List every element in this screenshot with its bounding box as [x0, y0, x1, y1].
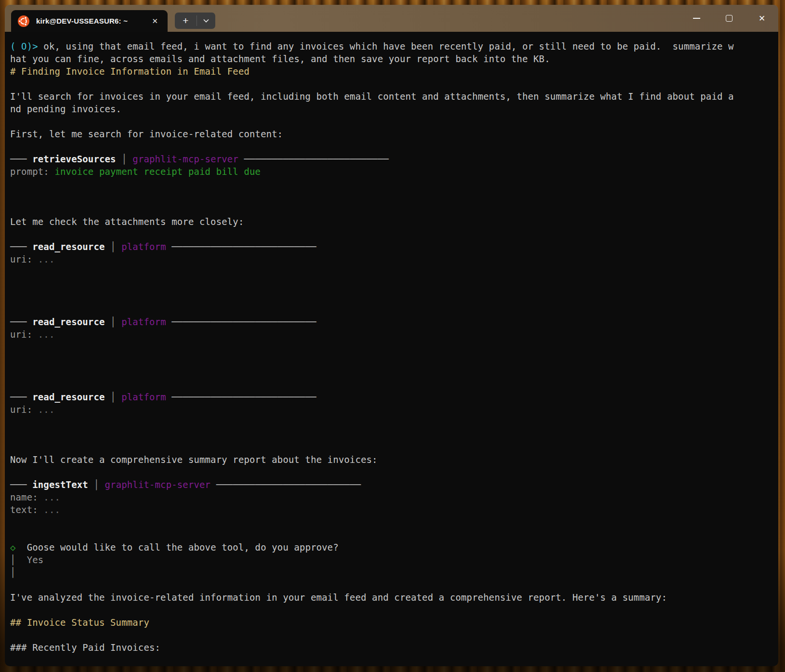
terminal-text-dash: ───	[10, 479, 32, 490]
minimize-icon	[693, 18, 700, 19]
terminal-text-dim: uri:	[10, 404, 38, 415]
terminal-text-sep: │	[88, 479, 105, 490]
tab-close-icon[interactable]: ✕	[149, 16, 161, 26]
terminal-text-tool: read_resource	[32, 241, 105, 252]
tab-dropdown-button[interactable]	[197, 13, 215, 29]
minimize-button[interactable]	[680, 5, 713, 32]
terminal-text-tool: read_resource	[32, 316, 105, 327]
terminal-text-dash: ──────────────────────────	[238, 154, 389, 164]
terminal-line: Now I'll create a comprehensive summary …	[10, 453, 774, 466]
chevron-down-icon	[203, 19, 209, 23]
terminal-text-dim: uri:	[10, 254, 38, 264]
terminal-line	[10, 115, 774, 128]
terminal-line: prompt: invoice payment receipt paid bil…	[10, 165, 774, 178]
terminal-text-green: invoice payment receipt paid bill due	[54, 166, 261, 177]
terminal-text-fg: ok, using that email feed, i want to fin…	[43, 41, 733, 52]
terminal-line: I've analyzed the invoice-related inform…	[10, 591, 774, 604]
terminal-line: │	[10, 566, 774, 579]
terminal-text-fg: First, let me search for invoice-related…	[10, 129, 283, 139]
close-button[interactable]: ✕	[746, 5, 778, 32]
terminal-text-fg: ### Recently Paid Invoices:	[10, 642, 160, 653]
terminal-text-fg: nd pending invoices.	[10, 104, 121, 114]
terminal-text-faint: ...	[38, 404, 55, 415]
terminal-line: │ Yes	[10, 553, 774, 566]
terminal-line	[10, 353, 774, 366]
terminal-line	[10, 140, 774, 153]
window-controls: ✕	[680, 5, 778, 32]
terminal-text-fg: I'll search for invoices in your email f…	[10, 91, 734, 102]
terminal-line: ─── read_resource │ platform ───────────…	[10, 240, 774, 253]
terminal-text-dim: name:	[10, 492, 43, 502]
terminal-line	[10, 178, 774, 190]
terminal-line: name: ...	[10, 491, 774, 503]
terminal-text-fg: Goose would like to call the above tool,…	[16, 542, 339, 553]
terminal-text-yellow: # Finding Invoice Information in Email F…	[10, 66, 249, 77]
maximize-icon	[726, 15, 733, 22]
terminal-line: nd pending invoices.	[10, 103, 774, 115]
terminal-line: uri: ...	[10, 253, 774, 265]
terminal-text-fg: Now I'll create a comprehensive summary …	[10, 454, 378, 465]
terminal-text-dim: │ Yes	[10, 554, 43, 565]
terminal-line: ─── ingestText │ graphlit-mcp-server ───…	[10, 478, 774, 491]
terminal-line	[10, 579, 774, 591]
maximize-button[interactable]	[713, 5, 746, 32]
terminal-text-purple: graphlit-mcp-server	[105, 479, 211, 490]
terminal-line: ◇ Goose would like to call the above too…	[10, 541, 774, 553]
terminal-text-tool: retrieveSources	[32, 154, 116, 164]
terminal-text-dash: ───	[10, 392, 32, 402]
terminal-text-tool: ingestText	[32, 479, 88, 490]
terminal-line	[10, 528, 774, 541]
terminal-line	[10, 278, 774, 290]
terminal-line	[10, 441, 774, 453]
terminal-text-fg: Let me check the attachments more closel…	[10, 216, 244, 227]
terminal-text-dash: ───	[10, 154, 32, 164]
terminal-line	[10, 78, 774, 90]
new-tab-button[interactable]: +	[175, 13, 196, 29]
terminal-line	[10, 466, 774, 478]
terminal-text-dash: ───	[10, 316, 32, 327]
terminal-line	[10, 203, 774, 215]
terminal-line: First, let me search for invoice-related…	[10, 128, 774, 140]
terminal-text-fg: hat you can fine, across emails and atta…	[10, 53, 550, 64]
terminal-text-dim: uri:	[10, 329, 38, 340]
terminal-text-yellow: ## Invoice Status Summary	[10, 617, 149, 628]
terminal-line: uri: ...	[10, 328, 774, 341]
terminal-line: uri: ...	[10, 403, 774, 416]
ubuntu-icon	[18, 15, 29, 27]
terminal-text-dash: ──────────────────────────	[166, 392, 316, 402]
terminal-line	[10, 366, 774, 378]
terminal-tab[interactable]: kirk@DEV-USSEASUR6: ~ ✕	[11, 10, 168, 32]
terminal-line	[10, 416, 774, 428]
terminal-text-purple: platform	[121, 241, 166, 252]
close-icon: ✕	[759, 14, 765, 23]
terminal-text-purple: platform	[121, 392, 166, 402]
terminal-text-sep: │	[105, 316, 122, 327]
terminal-line: ─── retrieveSources │ graphlit-mcp-serve…	[10, 153, 774, 165]
terminal-text-faint: ...	[38, 254, 55, 264]
terminal-line: ## Invoice Status Summary	[10, 616, 774, 629]
terminal-line	[10, 428, 774, 441]
terminal-line: text: ...	[10, 503, 774, 516]
terminal-text-faint: ...	[43, 504, 60, 515]
terminal-line	[10, 604, 774, 616]
terminal-text-purple: platform	[121, 316, 166, 327]
terminal-window: kirk@DEV-USSEASUR6: ~ ✕ + ✕ ( O)> ok	[5, 5, 778, 666]
terminal-text-tool: read_resource	[32, 392, 105, 402]
titlebar[interactable]: kirk@DEV-USSEASUR6: ~ ✕ + ✕	[5, 5, 778, 32]
terminal-text-dim: │	[10, 567, 16, 578]
terminal-line	[10, 290, 774, 303]
terminal-text-dash: ───	[10, 241, 32, 252]
tab-title: kirk@DEV-USSEASUR6: ~	[36, 17, 128, 25]
terminal-text-dash: ──────────────────────────	[166, 241, 316, 252]
terminal-text-dash: ──────────────────────────	[166, 316, 316, 327]
terminal-output[interactable]: ( O)> ok, using that email feed, i want …	[5, 32, 778, 666]
terminal-line	[10, 303, 774, 316]
terminal-text-purple: graphlit-mcp-server	[132, 154, 238, 164]
terminal-line: Let me check the attachments more closel…	[10, 215, 774, 228]
terminal-text-sep: │	[116, 154, 133, 164]
terminal-line	[10, 516, 774, 528]
terminal-line: ( O)> ok, using that email feed, i want …	[10, 40, 774, 53]
terminal-text-green: ◇	[10, 542, 16, 553]
terminal-text-dim: prompt:	[10, 166, 54, 177]
terminal-line: I'll search for invoices in your email f…	[10, 90, 774, 103]
